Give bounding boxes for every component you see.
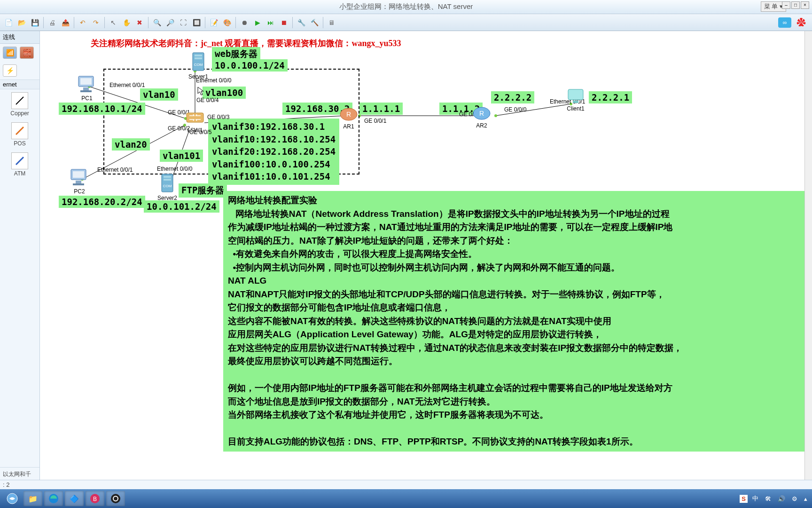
svg-rect-27 <box>76 181 81 183</box>
close-button[interactable]: × <box>801 1 809 9</box>
tray-misc2-icon[interactable]: ⚙ <box>790 494 799 503</box>
atm-icon <box>11 152 28 169</box>
task-record[interactable]: B <box>86 491 104 506</box>
stop-icon[interactable]: ⏹ <box>278 17 289 28</box>
svg-text:COM: COM <box>194 63 203 67</box>
tool-copper[interactable]: Copper <box>0 89 39 119</box>
svg-rect-24 <box>80 90 92 92</box>
scrollbar-vertical[interactable] <box>804 31 812 482</box>
ime-icon[interactable]: S <box>740 495 748 503</box>
svg-line-0 <box>16 97 23 104</box>
left-panel: 连线 📶 🧱 ⚡ ernet Copper POS ATM 以太网和千 。 <box>0 31 40 489</box>
save-icon[interactable]: 💾 <box>29 17 40 28</box>
tool-b-icon[interactable]: 🔨 <box>309 17 320 28</box>
window-title: 小型企业组网：网络地址转换、NAT server <box>339 2 473 11</box>
label-ftp-ip: 10.0.101.2/24 <box>144 200 219 213</box>
record-icon[interactable]: ⏺ <box>239 17 250 28</box>
device-wlan-icon[interactable]: 📶 <box>3 47 17 59</box>
task-edge[interactable] <box>44 491 63 506</box>
device-pc1[interactable]: PC1 <box>76 75 98 102</box>
label-client-ip: 2.2.2.1 <box>589 91 632 103</box>
device-client1[interactable]: Client1 <box>566 87 585 112</box>
step-icon[interactable]: ⏭ <box>265 17 276 28</box>
svg-text:R: R <box>346 111 351 118</box>
device-pc2[interactable]: PC2 <box>68 168 91 195</box>
label-vlan10: vlan10 <box>140 88 178 101</box>
workspace: 连线 📶 🧱 ⚡ ernet Copper POS ATM 以太网和千 。 <box>0 31 812 489</box>
svg-rect-22 <box>80 78 92 85</box>
zoom-in-icon[interactable]: 🔍 <box>151 17 163 28</box>
label-ar2-right: 2.2.2.2 <box>491 91 534 103</box>
label-pc2-ip: 192.168.20.2/24 <box>59 196 145 208</box>
label-web-ip: 10.0.100.1/24 <box>212 59 288 71</box>
tool-pos[interactable]: POS <box>0 119 39 150</box>
export-icon[interactable]: 📤 <box>60 17 71 28</box>
tool-atm[interactable]: ATM <box>0 150 39 180</box>
redo-icon[interactable]: ↷ <box>90 17 102 28</box>
undo-icon[interactable]: ↶ <box>77 17 88 28</box>
toolbar: 📄 📂 💾 🖨 📤 ↶ ↷ ↖ ✋ ✖ 🔍 🔎 ⛶ 🔲 📝 🎨 ⏺ ▶ ⏭ ⏹ … <box>0 14 812 31</box>
device-auto-icon[interactable]: ⚡ <box>3 64 17 77</box>
svg-rect-30 <box>195 55 202 56</box>
screen-icon[interactable]: 🖥 <box>326 17 337 28</box>
svg-point-48 <box>111 494 120 503</box>
open-icon[interactable]: 📂 <box>16 17 27 28</box>
cloud-icon[interactable]: ∞ <box>778 17 791 28</box>
zoom-actual-icon[interactable]: 🔲 <box>191 17 202 28</box>
task-ensp[interactable]: 🔷 <box>65 491 84 506</box>
port-ge003: GE 0/0/3 <box>207 114 229 120</box>
tray-expand-icon[interactable]: ▴ <box>802 494 809 503</box>
canvas[interactable]: 关注精彩网络技术老师抖音：jc_net 观看直播，需要课程资料加微信：wangx… <box>40 31 812 489</box>
lang-icon[interactable]: 中 <box>750 493 760 504</box>
svg-rect-37 <box>187 113 203 122</box>
window-controls: – □ × <box>782 1 809 9</box>
device-server1[interactable]: COM Server1 <box>188 52 208 80</box>
zoom-fit-icon[interactable]: ⛶ <box>178 17 189 28</box>
pointer-icon[interactable]: ↖ <box>108 17 119 28</box>
svg-line-2 <box>16 157 23 165</box>
svg-rect-23 <box>83 87 89 90</box>
device-firewall-icon[interactable]: 🧱 <box>20 47 34 59</box>
port-ar2-ge000: GE 0/0/0 <box>504 106 526 113</box>
play-icon[interactable]: ▶ <box>252 17 263 28</box>
maximize-button[interactable]: □ <box>791 1 800 9</box>
text-icon[interactable]: 📝 <box>208 17 219 28</box>
taskbar: 📁 🔷 B S 中 🛠 🔊 ⚙ ▴ <box>0 489 812 508</box>
svg-text:B: B <box>93 496 97 502</box>
svg-text:COM: COM <box>163 184 172 188</box>
label-vlan101: vlan101 <box>160 150 203 162</box>
svg-rect-26 <box>73 171 84 178</box>
palette-icon[interactable]: 🎨 <box>221 17 233 28</box>
tray-volume-icon[interactable]: 🔊 <box>776 494 787 503</box>
tray-misc1-icon[interactable]: 🛠 <box>763 494 773 503</box>
delete-icon[interactable]: ✖ <box>134 17 145 28</box>
svg-rect-42 <box>568 89 583 100</box>
category-internet[interactable]: ernet <box>0 79 39 89</box>
task-obs[interactable] <box>106 491 125 506</box>
pan-icon[interactable]: ✋ <box>121 17 132 28</box>
description-box: 网络地址转换配置实验 网络地址转换NAT（Network Address Tra… <box>223 191 810 452</box>
device-lsw1[interactable]: LSW1 <box>186 110 204 134</box>
tool-a-icon[interactable]: 🔧 <box>296 17 307 28</box>
port-ge004: GE 0/0/4 <box>196 97 219 103</box>
print-icon[interactable]: 🖨 <box>47 17 58 28</box>
svg-rect-34 <box>164 176 171 178</box>
label-ar1-left: 1.1.1.1 <box>359 103 403 115</box>
device-ar1[interactable]: R AR1 <box>339 106 358 130</box>
device-ar2[interactable]: R AR2 <box>472 105 491 129</box>
minimize-button[interactable]: – <box>782 1 790 9</box>
copper-icon <box>11 92 28 109</box>
statusbar: : 2 <box>0 480 812 489</box>
svg-rect-31 <box>195 57 202 59</box>
task-explorer[interactable]: 📁 <box>23 491 42 506</box>
new-icon[interactable]: 📄 <box>3 17 14 28</box>
label-vlan20: vlan20 <box>112 138 150 151</box>
system-tray: S 中 🛠 🔊 ⚙ ▴ <box>740 493 809 504</box>
svg-line-1 <box>16 127 23 135</box>
start-button[interactable] <box>3 491 22 506</box>
svg-point-19 <box>494 114 497 117</box>
zoom-out-icon[interactable]: 🔎 <box>164 17 176 28</box>
device-server2[interactable]: COM Server2 <box>157 173 177 201</box>
svg-rect-43 <box>573 101 578 103</box>
port-s2-eth: Ethernet 0/0/0 <box>157 166 192 172</box>
